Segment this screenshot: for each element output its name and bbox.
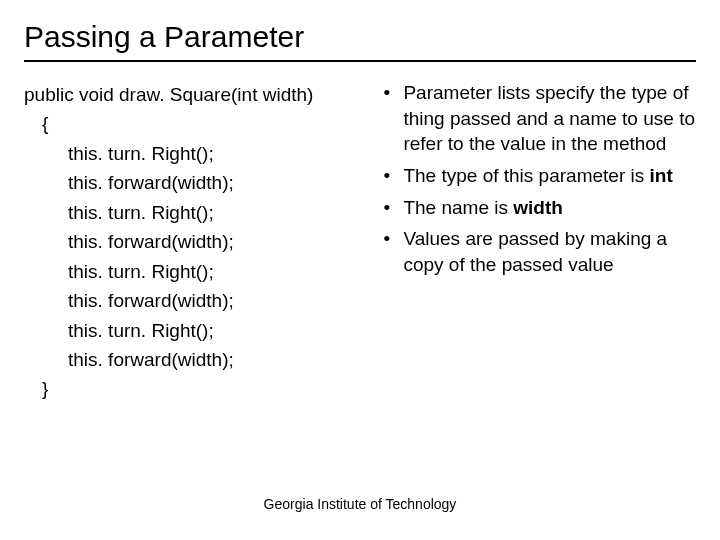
code-line: this. turn. Right();	[24, 316, 373, 345]
bullet-strong: width	[513, 197, 563, 218]
bullet-text: The type of this parameter is	[403, 165, 649, 186]
slide-title: Passing a Parameter	[24, 20, 696, 60]
code-open-brace: {	[24, 109, 373, 138]
bullet-text: Values are passed by making a copy of th…	[403, 228, 667, 275]
code-line: this. turn. Right();	[24, 198, 373, 227]
bullet-text: The name is	[403, 197, 513, 218]
code-line: this. turn. Right();	[24, 257, 373, 286]
bullet-item: Parameter lists specify the type of thin…	[381, 80, 696, 157]
content-row: public void draw. Square(int width) { th…	[24, 80, 696, 404]
bullet-item: Values are passed by making a copy of th…	[381, 226, 696, 277]
code-line: this. forward(width);	[24, 345, 373, 374]
code-line: this. forward(width);	[24, 227, 373, 256]
bullets-column: Parameter lists specify the type of thin…	[381, 80, 696, 404]
code-close-brace: }	[24, 374, 373, 403]
bullet-item: The type of this parameter is int	[381, 163, 696, 189]
code-line: this. turn. Right();	[24, 139, 373, 168]
slide: Passing a Parameter public void draw. Sq…	[0, 0, 720, 404]
code-column: public void draw. Square(int width) { th…	[24, 80, 373, 404]
code-signature: public void draw. Square(int width)	[24, 80, 373, 109]
bullet-text: Parameter lists specify the type of thin…	[403, 82, 695, 154]
bullet-item: The name is width	[381, 195, 696, 221]
code-line: this. forward(width);	[24, 168, 373, 197]
bullet-strong: int	[650, 165, 673, 186]
title-underline	[24, 60, 696, 62]
code-line: this. forward(width);	[24, 286, 373, 315]
bullet-list: Parameter lists specify the type of thin…	[381, 80, 696, 277]
footer-text: Georgia Institute of Technology	[0, 496, 720, 512]
